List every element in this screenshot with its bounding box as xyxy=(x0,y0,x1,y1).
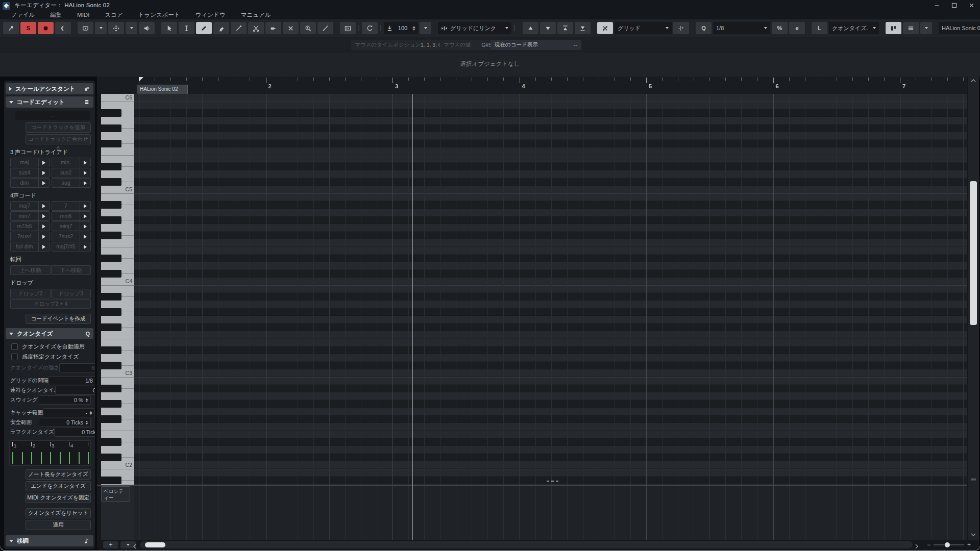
active-part-dropdown[interactable]: HALion Sonic 02 xyxy=(939,22,980,34)
scroll-up-icon[interactable] xyxy=(968,79,979,83)
info-field-value[interactable]: 1. 1. 3. 0 xyxy=(421,42,442,48)
checkbox--[interactable] xyxy=(11,343,18,350)
pitch-visibility-dropdown[interactable]: グリッドにリンク xyxy=(438,22,511,34)
nudge-down-button[interactable] xyxy=(540,22,556,34)
chord-type-button-sus2[interactable]: sus2 xyxy=(52,168,91,178)
button--[interactable]: コードイベントを作成 xyxy=(26,314,91,324)
black-key[interactable] xyxy=(101,124,121,132)
scroll-left-icon[interactable] xyxy=(133,542,137,550)
scroll-down-icon[interactable] xyxy=(968,533,979,537)
black-key[interactable] xyxy=(101,270,121,278)
play-chord-button-maj7-5[interactable] xyxy=(80,242,90,251)
step-input-options-button[interactable] xyxy=(126,22,137,34)
chord-type-button-maj7-5[interactable]: maj7/#5 xyxy=(52,242,91,252)
audition-button[interactable] xyxy=(139,22,155,34)
insert-velocity-value[interactable]: 100 xyxy=(396,25,409,31)
black-key[interactable] xyxy=(101,346,121,354)
play-chord-button-maj[interactable] xyxy=(38,158,49,167)
spinner[interactable] xyxy=(85,420,88,424)
black-key[interactable] xyxy=(101,323,121,331)
black-key[interactable] xyxy=(101,109,121,117)
black-key[interactable] xyxy=(101,216,121,224)
button--[interactable]: クオンタイズをリセット xyxy=(26,508,91,518)
chord-type-button-sus4[interactable]: sus4 xyxy=(10,168,50,178)
play-chord-button-sus2[interactable] xyxy=(80,168,90,177)
black-key[interactable] xyxy=(101,163,121,170)
auto-scroll-button[interactable] xyxy=(340,22,356,34)
horizontal-zoom-slider[interactable]: − + xyxy=(927,541,971,549)
black-key[interactable] xyxy=(101,400,121,408)
insert-velocity-options-button[interactable] xyxy=(420,22,431,34)
black-key[interactable] xyxy=(101,385,121,392)
note-grid[interactable] xyxy=(134,94,968,485)
select-tool-button[interactable] xyxy=(161,22,177,34)
field-value--[interactable]: 0 Ticks xyxy=(39,418,91,427)
chord-type-button-minj7[interactable]: minj7 xyxy=(52,221,91,231)
close-button[interactable] xyxy=(963,0,980,10)
line-tool-button[interactable] xyxy=(317,22,333,34)
acoustic-feedback-button[interactable] xyxy=(55,22,71,34)
play-chord-button-minj7[interactable] xyxy=(80,222,90,231)
checkbox--[interactable] xyxy=(11,354,18,360)
button-MIDI-[interactable]: MIDI クオンタイズを固定 xyxy=(26,493,91,503)
section-header--[interactable]: クオンタイズQ xyxy=(6,328,93,339)
zoom-knob[interactable] xyxy=(945,542,950,547)
chord-type-button-min7[interactable]: min7 xyxy=(10,211,50,221)
snap-on-off-button[interactable] xyxy=(597,22,613,34)
grid-type-button[interactable]: -|+ xyxy=(673,22,689,34)
length-quantize-icon-button[interactable]: L xyxy=(812,22,827,34)
spinner[interactable] xyxy=(85,398,88,402)
iterative-quantize-button[interactable]: % xyxy=(772,22,788,34)
vertical-scrollbar[interactable] xyxy=(967,77,979,540)
scroll-right-icon[interactable] xyxy=(915,542,919,550)
menu-item-2[interactable]: MIDI xyxy=(69,12,97,18)
section-header--[interactable]: 移調 xyxy=(6,535,93,546)
range-tool-button[interactable] xyxy=(179,22,194,34)
menu-item-0[interactable]: ファイル xyxy=(3,11,42,19)
play-chord-button-maj7[interactable] xyxy=(38,202,49,210)
mute-tool-button[interactable] xyxy=(283,22,299,34)
chord-type-button-dim[interactable]: dim xyxy=(10,178,50,188)
chord-type-button-maj7[interactable]: maj7 xyxy=(10,201,50,211)
play-chord-button-m7-b5[interactable] xyxy=(38,222,49,231)
show-note-expression-data-button[interactable] xyxy=(886,22,901,34)
insert-velocity-field[interactable]: 100 xyxy=(384,22,418,34)
info-field-value[interactable]: -- xyxy=(574,42,577,48)
play-chord-button-sus4[interactable] xyxy=(38,168,49,177)
part-options-button[interactable] xyxy=(920,22,932,34)
black-key[interactable] xyxy=(101,362,121,369)
black-key[interactable] xyxy=(101,477,121,484)
play-chord-button-7sus2[interactable] xyxy=(80,232,90,241)
quantize-presets-dropdown[interactable]: 1/8 xyxy=(713,22,770,34)
add-controller-lane-button[interactable]: + xyxy=(103,541,118,548)
move-to-bottom-button[interactable] xyxy=(575,22,591,34)
horizontal-scroll-thumb[interactable] xyxy=(145,542,165,547)
black-key[interactable] xyxy=(101,201,121,209)
chord-type-button-7sus4[interactable]: 7sus4 xyxy=(10,232,50,241)
split-tool-button[interactable] xyxy=(248,22,264,34)
quantize-panel-button[interactable]: e xyxy=(789,22,805,34)
black-key[interactable] xyxy=(101,308,121,316)
chord-type-button-min6[interactable]: min6 xyxy=(52,211,91,221)
chord-type-button-m7-b5[interactable]: m7/b5 xyxy=(10,221,50,231)
controller-lane-selector[interactable]: ベロシティー xyxy=(101,486,130,502)
snap-type-dropdown[interactable]: グリッド xyxy=(615,22,672,34)
solo-editor-button[interactable]: S xyxy=(20,22,36,34)
independent-loop-button[interactable] xyxy=(362,22,378,34)
erase-tool-button[interactable] xyxy=(213,22,229,34)
pin-button[interactable] xyxy=(3,22,19,34)
horizontal-scrollbar[interactable] xyxy=(140,541,913,548)
controller-lane[interactable] xyxy=(134,486,968,540)
piano-keyboard[interactable]: C6C5C4C3C2 xyxy=(101,94,135,485)
section-header--[interactable]: スケールアシスタント xyxy=(6,83,93,94)
chord-type-button-maj[interactable]: maj xyxy=(10,158,50,167)
quantize-icon-button-button[interactable]: Q xyxy=(696,22,712,34)
note-expression-options-button[interactable] xyxy=(95,22,107,34)
field-value--[interactable]: Off xyxy=(55,386,95,395)
play-chord-button-min-[interactable] xyxy=(80,158,90,167)
minimize-button[interactable] xyxy=(928,0,945,10)
black-key[interactable] xyxy=(101,232,121,239)
black-key[interactable] xyxy=(101,293,121,300)
play-chord-button-full-dim[interactable] xyxy=(38,242,49,251)
chord-type-button-7[interactable]: 7 xyxy=(52,201,91,211)
